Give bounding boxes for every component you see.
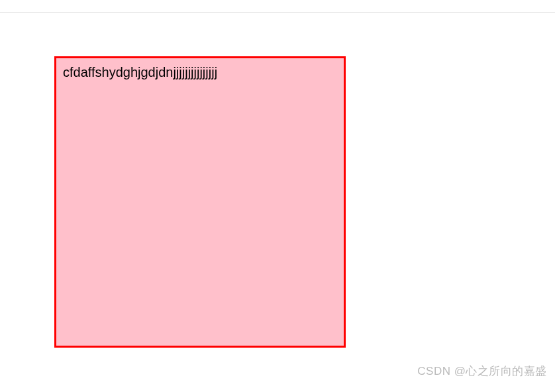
box-text: cfdaffshydghjgdjdnjjjjjjjjjjjjjjj xyxy=(63,64,337,81)
watermark-text: CSDN @心之所向的嘉盛 xyxy=(417,364,547,379)
content-box: cfdaffshydghjgdjdnjjjjjjjjjjjjjjj xyxy=(54,56,346,348)
divider-line xyxy=(0,12,555,13)
